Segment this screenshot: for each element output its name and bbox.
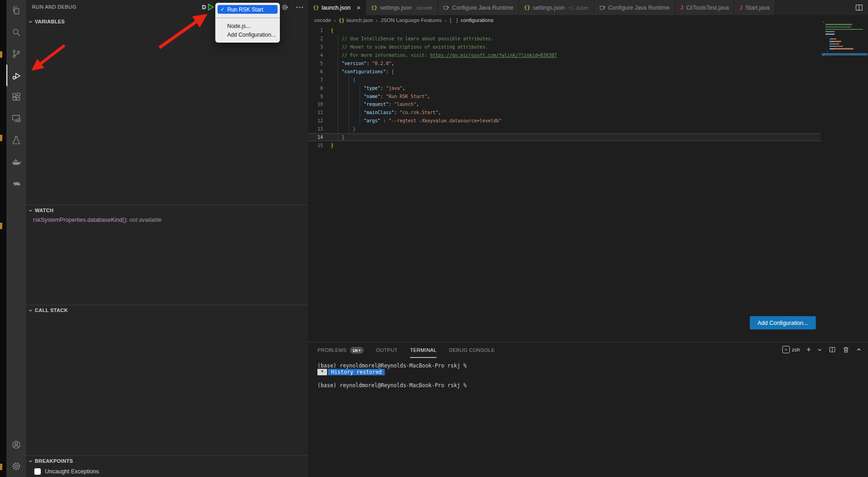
terminal-output[interactable]: (base) reynoldmorel@Reynolds-MacBook-Pro… [308, 358, 868, 389]
debug-icon [11, 70, 22, 81]
breadcrumb-item[interactable]: .vscode [313, 17, 331, 23]
editor-tab[interactable]: Configure Java Runtime [594, 0, 675, 15]
activity-docker[interactable] [6, 151, 26, 172]
terminal-icon: > [782, 346, 790, 353]
more-actions-icon[interactable]: ··· [296, 5, 304, 10]
split-terminal-icon[interactable] [829, 346, 836, 353]
shell-selector[interactable]: > zsh [782, 346, 800, 353]
breakpoint-row: Uncaught Exceptions [26, 468, 308, 475]
beaker-icon [11, 135, 22, 145]
code-line[interactable]: 10 "request": "launch", [308, 100, 821, 109]
chevron-up-icon[interactable] [856, 347, 862, 352]
dropdown-item[interactable]: Add Configuration... [215, 31, 280, 39]
breadcrumb-item[interactable]: {}launch.json [338, 17, 373, 23]
editor-tab[interactable]: Configure Java Runtime [438, 0, 519, 15]
code-line[interactable]: 1{ [308, 27, 821, 35]
minimap-line [824, 27, 866, 27]
trash-icon[interactable] [842, 346, 850, 353]
code-line[interactable]: 11 "mainClass": "co.rsk.Start", [308, 109, 821, 117]
git-branch-icon [11, 49, 22, 59]
breakpoints-header[interactable]: BREAKPOINTS [26, 456, 308, 466]
call-stack-header[interactable]: CALL STACK [26, 305, 308, 315]
watch-header[interactable]: WATCH [26, 205, 308, 215]
background-mark [0, 464, 2, 470]
problems-count-badge: 1K+ [350, 347, 364, 354]
remote-explorer-icon [11, 113, 22, 124]
line-number: 4 [308, 53, 331, 58]
split-editor-icon[interactable] [855, 3, 863, 14]
minimap-line [824, 38, 866, 39]
editor-tab[interactable]: JStart.java [734, 0, 775, 15]
panel-tab[interactable]: PROBLEMS1K+ [317, 342, 364, 358]
activity-testing[interactable] [6, 129, 26, 151]
chevron-down-icon[interactable] [817, 347, 822, 352]
line-number: 14 [308, 135, 331, 140]
account-icon [11, 439, 22, 450]
code-line[interactable]: 5 "version": "0.2.0", [308, 60, 821, 68]
editor-tab[interactable]: JCliToolsTest.java [675, 0, 734, 15]
panel-tab[interactable]: OUTPUT [376, 342, 398, 358]
code-line[interactable]: 6 "configurations": [ [308, 67, 821, 76]
activity-accounts[interactable] [6, 434, 26, 455]
line-number: 9 [308, 94, 331, 99]
bottom-panel: PROBLEMS1K+OUTPUTTERMINALDEBUG CONSOLE >… [308, 342, 868, 477]
code-line[interactable]: 9 "name": "Run RSK Start", [308, 92, 821, 100]
json-file-icon: {} [338, 17, 344, 23]
play-icon[interactable] [207, 3, 214, 11]
activity-run-and-debug[interactable] [6, 65, 26, 86]
search-icon [11, 27, 22, 38]
line-number: 7 [308, 77, 331, 82]
gear-icon [11, 461, 22, 472]
activity-remote-explorer[interactable] [6, 108, 26, 129]
code-line[interactable]: 8 "type": "java", [308, 84, 821, 92]
json-file-icon: {} [524, 5, 530, 11]
minimap-line [824, 22, 866, 22]
new-terminal-icon[interactable]: + [807, 347, 811, 352]
panel-tab[interactable]: DEBUG CONSOLE [449, 342, 495, 358]
activity-manage[interactable] [6, 455, 26, 477]
dropdown-item[interactable]: Node.js... [215, 22, 280, 31]
code-line[interactable]: 7 { [308, 76, 821, 84]
debug-toolbar-peek: D [202, 3, 214, 11]
panel-tab[interactable]: TERMINAL [410, 342, 437, 358]
code-line[interactable]: 12 "args" : "--regtest -Xkeyvalue.dataso… [308, 117, 821, 125]
minimap-cursor-line [822, 53, 868, 55]
watch-expression-row[interactable]: rskSystemProperties.databaseKind(): not … [33, 217, 308, 223]
line-number: 1 [308, 28, 331, 33]
breadcrumb-item[interactable]: JSON Language Features [381, 17, 442, 23]
section-label: BREAKPOINTS [35, 458, 73, 464]
code-line[interactable]: 15} [308, 141, 821, 149]
activity-search[interactable] [6, 22, 26, 43]
code-line[interactable]: 13 } [308, 125, 821, 133]
terminal-line [317, 375, 868, 382]
breadcrumb-separator: › [376, 17, 377, 24]
gear-icon[interactable] [281, 4, 289, 11]
activity-extensions[interactable] [6, 86, 26, 108]
activity-gradle[interactable] [6, 172, 26, 194]
json-file-icon: {} [371, 5, 377, 11]
dropdown-item[interactable]: ✓Run RSK Start [218, 5, 278, 14]
close-tab-icon[interactable]: × [357, 5, 361, 10]
background-window-strip [0, 0, 6, 477]
activity-source-control[interactable] [6, 43, 26, 65]
editor-tab[interactable]: {}launch.json× [308, 0, 366, 15]
code-line[interactable]: 3 // Hover to view descriptions of exist… [308, 43, 821, 51]
editor-tab[interactable]: {}settings.json.vscode [366, 0, 438, 15]
uncaught-exceptions-checkbox[interactable] [34, 468, 41, 475]
chevron-down-icon [28, 208, 33, 213]
code-line[interactable]: 2 // Use IntelliSense to learn about pos… [308, 35, 821, 43]
line-number: 12 [308, 118, 331, 123]
code-line[interactable]: 14 ] [308, 133, 821, 142]
breadcrumb-item[interactable]: [ ]configurations [449, 17, 494, 23]
add-configuration-button[interactable]: Add Configuration... [750, 316, 816, 329]
activity-explorer[interactable] [6, 0, 26, 22]
editor-tab[interactable]: {}settings.json~/.../User [519, 0, 594, 15]
debug-label-partial: D [202, 4, 206, 11]
code-line[interactable]: 4 // For more information, visit: https:… [308, 51, 821, 60]
minimap[interactable] [824, 22, 866, 58]
sidebar-title: RUN AND DEBUG [32, 4, 76, 10]
background-mark [0, 51, 2, 58]
code-area[interactable]: 1{2 // Use IntelliSense to learn about p… [308, 25, 821, 149]
breadcrumb-separator: › [444, 17, 446, 24]
line-number: 10 [308, 102, 331, 107]
